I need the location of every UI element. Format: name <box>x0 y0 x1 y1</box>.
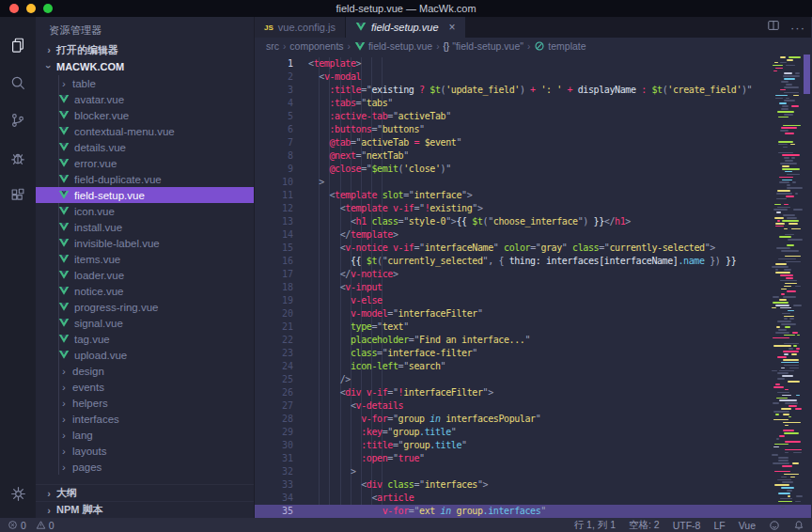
status-item-1[interactable]: 空格: 2 <box>629 519 660 532</box>
status-warning[interactable]: 0 <box>36 520 55 531</box>
minimap-line <box>772 307 776 309</box>
tree-item-invisible-label-vue[interactable]: invisible-label.vue <box>36 235 254 251</box>
code-line-13[interactable]: 13 <h1 class="style-0">{{ $t("choose_int… <box>255 215 811 228</box>
code-line-1[interactable]: 1<template> <box>255 57 811 70</box>
tree-item-pages[interactable]: ›pages <box>36 459 254 475</box>
code-line-17[interactable]: 17 </v-notice> <box>255 268 811 281</box>
search-icon[interactable] <box>0 64 36 102</box>
open-editors-section[interactable]: › 打开的编辑器 <box>36 41 254 58</box>
tree-item-progress-ring-vue[interactable]: progress-ring.vue <box>36 299 254 315</box>
sidebar-section-1[interactable]: ›NPM 脚本 <box>36 501 254 518</box>
bell-icon[interactable] <box>793 520 804 531</box>
code-line-12[interactable]: 12 <template v-if="!existing"> <box>255 202 811 215</box>
code-line-31[interactable]: 31 :open="true" <box>255 452 811 465</box>
extensions-icon[interactable] <box>0 177 36 214</box>
workspace-root[interactable]: › MACWK.COM <box>36 58 254 75</box>
sidebar-section-0[interactable]: ›大纲 <box>36 484 254 501</box>
code-line-27[interactable]: 27 <v-details <box>255 399 811 413</box>
status-error[interactable]: 0 <box>8 520 26 531</box>
tree-item-contextual-menu-vue[interactable]: contextual-menu.vue <box>36 123 254 139</box>
maximize-window-icon[interactable] <box>43 4 53 13</box>
tree-item-avatar-vue[interactable]: avatar.vue <box>36 91 254 107</box>
code-line-8[interactable]: 8 @next="nextTab" <box>255 149 811 163</box>
code-line-15[interactable]: 15 <v-notice v-if="interfaceName" color=… <box>255 242 811 255</box>
editor-scrollbar[interactable] <box>803 55 811 518</box>
tree-item-field-setup-vue[interactable]: field-setup.vue <box>36 187 254 203</box>
code-line-24[interactable]: 24 icon-left="search" <box>255 360 811 373</box>
tree-item-layouts[interactable]: ›layouts <box>36 443 254 459</box>
code-line-29[interactable]: 29 :key="group.title" <box>255 426 811 439</box>
code-line-32[interactable]: 32 > <box>255 465 811 478</box>
tree-item-details-vue[interactable]: details.vue <box>36 139 254 155</box>
status-item-4[interactable]: Vue <box>739 520 756 531</box>
vue-file-icon <box>58 285 72 297</box>
more-actions-icon[interactable]: ··· <box>790 21 805 35</box>
code-line-14[interactable]: 14 </template> <box>255 228 811 242</box>
tab-vue-config-js[interactable]: JSvue.config.js <box>255 17 346 38</box>
minimap-line <box>784 157 789 159</box>
tree-item-blocker-vue[interactable]: blocker.vue <box>36 107 254 123</box>
breadcrumb-item-4[interactable]: template <box>534 40 586 52</box>
code-line-5[interactable]: 5 :active-tab="activeTab" <box>255 110 811 123</box>
tree-item-install-vue[interactable]: install.vue <box>36 219 254 235</box>
close-tab-icon[interactable]: × <box>449 23 456 32</box>
code-line-34[interactable]: 34 <article <box>255 492 811 505</box>
code-line-21[interactable]: 21 type="text" <box>255 321 811 334</box>
scrollbar-thumb[interactable] <box>804 55 810 94</box>
code-editor[interactable]: 1<template>2 <v-modal3 :title="existing … <box>255 55 811 518</box>
tree-item-icon-vue[interactable]: icon.vue <box>36 203 254 219</box>
code-line-30[interactable]: 30 :title="group.title" <box>255 439 811 452</box>
code-line-19[interactable]: 19 v-else <box>255 294 811 307</box>
code-line-20[interactable]: 20 v-model="interfaceFilter" <box>255 307 811 321</box>
code-line-7[interactable]: 7 @tab="activeTab = $event" <box>255 136 811 149</box>
code-line-16[interactable]: 16 {{ $t("currently_selected", { thing: … <box>255 255 811 268</box>
code-line-23[interactable]: 23 class="interface-filter" <box>255 347 811 360</box>
code-line-2[interactable]: 2 <v-modal <box>255 70 811 84</box>
tree-item-items-vue[interactable]: items.vue <box>36 251 254 267</box>
tree-item-loader-vue[interactable]: loader.vue <box>36 267 254 283</box>
code-line-25[interactable]: 25 /> <box>255 373 811 386</box>
status-item-0[interactable]: 行 1, 列 1 <box>574 519 616 532</box>
status-item-2[interactable]: UTF-8 <box>673 520 701 531</box>
code-line-18[interactable]: 18 <v-input <box>255 281 811 294</box>
settings-gear-icon[interactable] <box>0 475 36 512</box>
tree-item-signal-vue[interactable]: signal.vue <box>36 315 254 331</box>
tree-item-design[interactable]: ›design <box>36 363 254 379</box>
code-line-22[interactable]: 22 placeholder="Find an interface..." <box>255 334 811 347</box>
tree-item-helpers[interactable]: ›helpers <box>36 395 254 411</box>
tree-item-table[interactable]: ›table <box>36 75 254 91</box>
code-line-4[interactable]: 4 :tabs="tabs" <box>255 97 811 110</box>
line-content: <template slot="interface"> <box>293 189 770 202</box>
minimap[interactable] <box>772 56 803 518</box>
breadcrumb-item-3[interactable]: {}"field-setup.vue" <box>444 40 523 52</box>
source-control-icon[interactable] <box>0 102 36 139</box>
code-line-10[interactable]: 10 > <box>255 176 811 189</box>
status-item-3[interactable]: LF <box>713 520 725 531</box>
tree-item-tag-vue[interactable]: tag.vue <box>36 331 254 347</box>
minimize-window-icon[interactable] <box>26 4 36 13</box>
code-line-26[interactable]: 26 <div v-if="!interfaceFilter"> <box>255 386 811 399</box>
split-editor-icon[interactable] <box>766 18 781 37</box>
tree-item-events[interactable]: ›events <box>36 379 254 395</box>
breadcrumb-item-2[interactable]: field-setup.vue <box>354 40 432 52</box>
code-line-11[interactable]: 11 <template slot="interface"> <box>255 189 811 202</box>
tree-item-upload-vue[interactable]: upload.vue <box>36 347 254 363</box>
close-window-icon[interactable] <box>9 4 19 13</box>
tab-field-setup-vue[interactable]: field-setup.vue× <box>346 17 466 38</box>
code-line-9[interactable]: 9 @close="$emit('close')" <box>255 163 811 176</box>
tree-item-field-duplicate-vue[interactable]: field-duplicate.vue <box>36 171 254 187</box>
tree-item-lang[interactable]: ›lang <box>36 427 254 443</box>
code-line-33[interactable]: 33 <div class="interfaces"> <box>255 478 811 492</box>
tree-item-error-vue[interactable]: error.vue <box>36 155 254 171</box>
explorer-icon[interactable] <box>0 26 36 64</box>
feedback-icon[interactable] <box>769 520 780 531</box>
debug-icon[interactable] <box>0 139 36 177</box>
code-line-3[interactable]: 3 :title="existing ? $t('update_field') … <box>255 84 811 97</box>
code-line-6[interactable]: 6 :buttons="buttons" <box>255 123 811 136</box>
tree-item-notice-vue[interactable]: notice.vue <box>36 283 254 299</box>
code-line-35[interactable]: 35 v-for="ext in group.interfaces" <box>255 505 811 518</box>
code-line-28[interactable]: 28 v-for="group in interfacesPopular" <box>255 413 811 426</box>
breadcrumb-item-0[interactable]: src <box>266 40 279 52</box>
breadcrumb-item-1[interactable]: components <box>289 40 343 52</box>
tree-item-interfaces[interactable]: ›interfaces <box>36 411 254 427</box>
